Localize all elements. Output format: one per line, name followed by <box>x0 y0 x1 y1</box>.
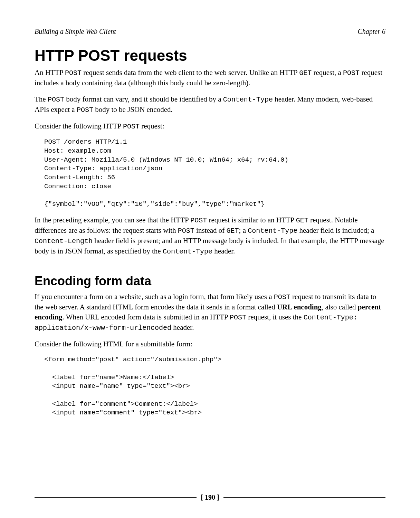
footer-rule-left <box>35 497 197 498</box>
header-right: Chapter 6 <box>357 28 385 36</box>
inline-code: POST <box>190 217 207 224</box>
para-s1-2: The POST body format can vary, and it sh… <box>35 94 385 115</box>
inline-code: POST <box>77 106 93 114</box>
page: Building a Simple Web Client Chapter 6 H… <box>0 0 420 518</box>
para-s1-1: An HTTP POST request sends data from the… <box>35 68 385 88</box>
inline-code: POST <box>230 314 246 322</box>
inline-code: GET <box>299 69 312 77</box>
inline-code: POST <box>123 123 140 131</box>
inline-code: POST <box>343 69 360 77</box>
inline-code: GET <box>227 227 239 235</box>
inline-code: POST <box>274 293 290 301</box>
page-footer: [ 190 ] <box>35 493 385 501</box>
page-number: [ 190 ] <box>197 493 223 501</box>
inline-code: POST <box>48 96 64 104</box>
footer-rule-right <box>223 497 385 498</box>
para-s1-4: In the preceding example, you can see th… <box>35 215 385 257</box>
inline-code: Content-Type <box>163 248 212 256</box>
inline-code: POST <box>65 69 82 77</box>
para-s2-2: Consider the following HTML for a submit… <box>35 339 385 349</box>
bold-text: URL encoding <box>277 303 322 311</box>
running-header: Building a Simple Web Client Chapter 6 <box>35 28 385 37</box>
para-s1-3: Consider the following HTTP POST request… <box>35 121 385 132</box>
code-block-html-form: <form method="post" action="/submission.… <box>44 355 385 417</box>
inline-code: Content-Type <box>248 227 297 235</box>
inline-code: Content-Type <box>223 96 273 104</box>
inline-code: POST <box>178 227 194 235</box>
header-left: Building a Simple Web Client <box>35 28 116 36</box>
para-s2-1: If you encounter a form on a website, su… <box>35 292 385 333</box>
inline-code: GET <box>296 217 308 224</box>
heading-http-post-requests: HTTP POST requests <box>35 47 385 64</box>
inline-code: Content-Length <box>35 237 93 245</box>
code-block-http-request: POST /orders HTTP/1.1 Host: example.com … <box>44 138 385 209</box>
heading-encoding-form-data: Encoding form data <box>35 274 385 288</box>
